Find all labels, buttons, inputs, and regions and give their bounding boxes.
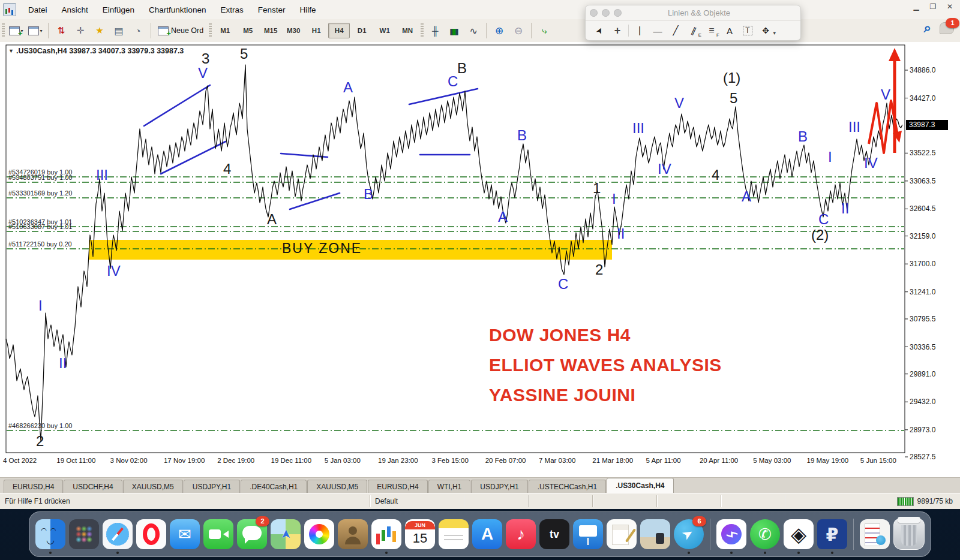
fibonacci-tool-icon[interactable] [703,23,721,38]
timeframe-H4[interactable]: H4 [328,23,350,38]
chart-tab-us30cashh4[interactable]: .US30Cash,H4 [607,478,673,493]
new-chart-button[interactable]: +▾ [7,22,25,40]
menu-ansicht[interactable]: Ansicht [55,3,95,17]
app-store-icon[interactable] [472,519,502,549]
safari-icon[interactable] [103,519,133,549]
calendar-icon[interactable]: JUN15 [405,519,435,549]
bars-button[interactable] [426,22,444,40]
lines-objects-panel[interactable]: Linien && Objekte [585,5,801,41]
finder-icon[interactable] [35,519,65,549]
status-cell [464,495,529,507]
chart-tab-xauusdm5[interactable]: XAUUSD,M5 [307,480,367,493]
terminal-icon [114,25,123,37]
status-cell [529,495,593,507]
chart-tab-ustechcashh1[interactable]: .USTECHCash,H1 [529,480,606,493]
zoom-traffic-icon[interactable] [614,9,622,17]
menu-fenster[interactable]: Fenster [251,3,293,17]
cursor-tool-icon[interactable] [590,23,608,38]
photos-icon[interactable] [304,519,334,549]
maps-icon[interactable] [271,519,301,549]
timeframe-M15[interactable]: M15 [260,23,281,38]
mail-icon[interactable] [170,519,200,549]
trading-p-icon[interactable] [817,519,847,549]
close-button[interactable]: ✕ [943,2,956,13]
minimize-traffic-icon[interactable] [602,9,610,17]
terminal-button[interactable] [110,22,128,40]
menu-datei[interactable]: Datei [21,3,55,17]
chart-tab-usdchfh4[interactable]: USDCHF,H4 [64,480,122,493]
diamond-app-icon[interactable] [784,519,814,549]
linechart-button[interactable] [464,22,482,40]
zoomin-button[interactable] [490,22,508,40]
chart-tab-wtih1[interactable]: WTI,H1 [428,480,471,493]
trash-icon[interactable] [893,519,925,550]
new-order-button[interactable]: +Neue Ord [154,22,207,39]
timeframe-MN[interactable]: MN [397,23,418,38]
telegram-icon[interactable]: 6 [674,519,704,549]
status-profile[interactable]: Default [370,495,464,507]
market-watch-icon [58,25,65,36]
facetime-icon[interactable] [203,519,233,549]
label-tool-icon[interactable] [739,23,757,38]
calendar-month: JUN [405,521,435,529]
market-watch-button[interactable] [52,22,70,40]
menu-hilfe[interactable]: Hilfe [292,3,323,17]
opera-icon[interactable] [136,519,166,549]
messages-icon[interactable]: 2 [237,519,267,549]
chart-tab-bar: EURUSD,H4USDCHF,H4XAUUSD,M5USDJPY,H1.DE4… [0,477,960,493]
running-indicator [385,552,388,554]
menu-extras[interactable]: Extras [213,3,250,17]
downloads-icon[interactable] [860,519,890,549]
launchpad-icon[interactable] [69,519,99,549]
memory-text: 9891/75 kb [917,497,953,505]
photo-document-icon[interactable] [640,519,670,549]
profiles-button[interactable]: ▾ [26,22,44,40]
zoomout-button[interactable] [509,22,527,40]
messenger-icon[interactable] [716,519,746,549]
vline-tool-icon[interactable] [631,23,649,38]
stocks-chart-icon[interactable] [371,519,401,549]
chart-tab-eurusdh4[interactable]: EURUSD,H4 [4,480,63,493]
navigator-button[interactable] [71,22,89,40]
strategy-tester-button[interactable] [129,22,147,40]
timeframe-H1[interactable]: H1 [305,23,327,38]
favorites-button[interactable] [91,22,109,40]
menu-einfügen[interactable]: Einfügen [95,3,142,17]
timeframe-M1[interactable]: M1 [214,23,236,38]
chart-tab-eurusdh4[interactable]: EURUSD,H4 [368,480,427,493]
status-cell [721,495,785,507]
new-order-label: Neue Ord [171,26,203,35]
chart-tab-de40cashh1[interactable]: .DE40Cash,H1 [241,480,307,493]
toolbar-grip [2,23,5,38]
shapes-tool-icon[interactable] [757,23,775,38]
chat-icon[interactable]: 1 [940,22,954,34]
chart-tab-xauusdm5[interactable]: XAUUSD,M5 [123,480,183,493]
news-icon[interactable] [607,519,637,549]
contacts-icon[interactable] [338,519,368,549]
close-traffic-icon[interactable] [590,9,598,17]
timeframe-M5[interactable]: M5 [237,23,259,38]
chart-tab-usdjpyh1[interactable]: USDJPY,H1 [184,480,240,493]
text-tool-icon[interactable] [721,23,739,38]
candles-button[interactable] [445,22,463,40]
menu-chartfunktionen[interactable]: Chartfunktionen [142,3,213,17]
notes-icon[interactable] [439,519,469,549]
trendline-tool-icon[interactable] [667,23,685,38]
channel-tool-icon[interactable] [685,23,703,38]
timeframe-M30[interactable]: M30 [283,23,304,38]
music-icon[interactable] [506,519,536,549]
restore-button[interactable]: ❐ [926,2,940,13]
whatsapp-icon[interactable] [750,519,780,549]
search-icon[interactable] [924,20,931,36]
crosshair-tool-icon[interactable] [608,23,626,38]
hline-tool-icon[interactable] [649,23,667,38]
keynote-icon[interactable] [573,519,603,549]
timeframe-W1[interactable]: W1 [374,23,395,38]
autoscroll-button[interactable] [535,22,553,40]
minimize-button[interactable]: ▁ [910,2,923,13]
chart-tab-usdjpyh1[interactable]: USDJPY,H1 [471,480,527,493]
apple-tv-icon[interactable] [539,519,569,549]
chart-area[interactable]: ▼.US30Cash,H4 33987.3 34007.3 33979.3 33… [0,42,960,477]
timeframe-D1[interactable]: D1 [351,23,373,38]
panel-titlebar[interactable]: Linien && Objekte [586,5,800,21]
